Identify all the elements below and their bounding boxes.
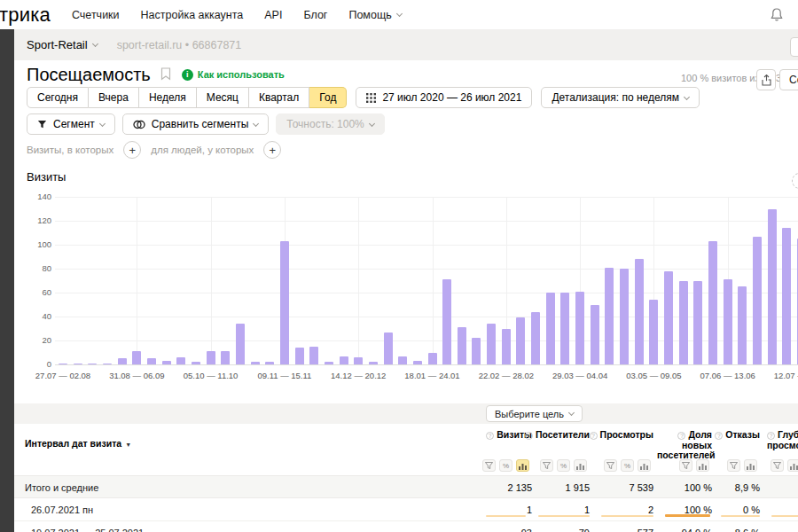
bookmark-icon[interactable] (160, 67, 171, 84)
counter-selector[interactable]: Sport-Retail (27, 38, 98, 51)
chart-bar[interactable] (458, 327, 466, 364)
chart-tool-button[interactable] (638, 459, 651, 472)
table-row[interactable]: 26.07.2021 пн 1 1 2 100 % 0 % (14, 498, 798, 521)
chart-bar[interactable] (354, 357, 363, 364)
filter-tool-button[interactable] (540, 459, 553, 472)
column-header-bounces[interactable]: ?Отказы (689, 430, 760, 441)
chart-bar[interactable] (738, 286, 747, 364)
nav-blog[interactable]: Блог (303, 9, 327, 21)
chart-bar[interactable] (560, 293, 569, 364)
chart-bar[interactable] (176, 357, 185, 364)
chart-bar[interactable] (384, 332, 393, 364)
chart-bar[interactable] (635, 259, 644, 364)
preset-month[interactable]: Месяц (197, 87, 249, 108)
chart-bar[interactable] (59, 364, 67, 365)
nav-counters[interactable]: Счетчики (72, 9, 120, 21)
save-button[interactable]: Сохранить (779, 69, 798, 90)
chart-bar[interactable] (162, 361, 171, 364)
filter-tool-button[interactable] (604, 459, 617, 472)
nav-help[interactable]: Помощь (348, 9, 401, 21)
preset-quarter[interactable]: Квартал (249, 87, 309, 108)
filter-tool-button[interactable] (771, 459, 784, 472)
filter-tool-button[interactable] (482, 459, 496, 472)
chart-bar[interactable] (192, 362, 200, 364)
collapsed-sidebar[interactable] (0, 29, 14, 532)
chart-bar[interactable] (221, 351, 230, 364)
detail-selector[interactable]: Детализация: по неделям (541, 87, 700, 108)
percent-tool-button[interactable]: % (499, 459, 512, 472)
chart-bar[interactable] (103, 364, 112, 365)
chart-bar[interactable] (753, 237, 762, 364)
chart-bar[interactable] (88, 364, 97, 365)
metrica-logo[interactable]: трика (0, 4, 51, 27)
chart-bar[interactable] (398, 356, 407, 364)
chart-bar[interactable] (413, 361, 422, 364)
nav-account-settings[interactable]: Настройка аккаунта (141, 9, 244, 21)
export-button[interactable] (756, 69, 776, 90)
chart-bar[interactable] (74, 364, 82, 365)
chart-bar[interactable] (295, 348, 304, 364)
table-row[interactable]: 19.07.2021 — 25.07.2021 93 79 577 94,9 %… (14, 521, 798, 532)
chart-bar[interactable] (118, 358, 127, 364)
chart-bar[interactable] (768, 209, 777, 365)
preset-yesterday[interactable]: Вчера (89, 87, 139, 108)
filter-tool-button[interactable] (727, 459, 740, 472)
chart-settings-button[interactable] (792, 173, 798, 189)
chart-tool-button[interactable] (787, 459, 798, 472)
chart-bar[interactable] (502, 329, 511, 365)
chart-bar[interactable] (531, 312, 540, 364)
chart-tool-button[interactable] (696, 459, 709, 472)
preset-today[interactable]: Сегодня (27, 87, 89, 108)
howto-link[interactable]: i Как использовать (182, 69, 285, 81)
chart-tool-button[interactable] (744, 459, 757, 472)
chart-bar[interactable] (442, 279, 451, 364)
clipped-right-button[interactable]: У (790, 37, 798, 57)
chart-bar[interactable] (132, 351, 141, 364)
chart-bar[interactable] (679, 281, 688, 365)
chart-bar[interactable] (369, 362, 378, 364)
chart-bar[interactable] (487, 324, 496, 364)
chart-bar[interactable] (605, 268, 614, 364)
preset-week[interactable]: Неделя (139, 87, 197, 108)
choose-goal-button[interactable]: Выберите цель (486, 405, 583, 422)
chart-bar[interactable] (207, 351, 215, 364)
add-people-condition-button[interactable]: + (263, 141, 281, 159)
chart-bar[interactable] (428, 353, 437, 365)
chart-bar[interactable] (782, 228, 791, 364)
date-range-button[interactable]: 27 июл 2020 — 26 июл 2021 (356, 87, 532, 108)
column-header-depth[interactable]: ?Глубина просмотра (767, 430, 798, 450)
chart-bar[interactable] (591, 305, 599, 365)
percent-tool-button[interactable]: % (557, 459, 570, 472)
chart-bar[interactable] (147, 358, 156, 364)
chart-bar[interactable] (325, 362, 333, 364)
add-visit-condition-button[interactable]: + (123, 141, 141, 159)
chart-bar[interactable] (265, 362, 274, 364)
chart-tool-button[interactable] (574, 459, 587, 472)
chart-bar[interactable] (340, 356, 348, 364)
column-header-pageviews[interactable]: ?Просмотры (583, 430, 653, 441)
chart-bar[interactable] (693, 281, 702, 365)
date-interval-column-header[interactable]: Интервал дат визита▼ (25, 438, 131, 449)
chart-bar[interactable] (546, 293, 555, 364)
segment-button[interactable]: Сегмент (27, 113, 115, 135)
chart-bar[interactable] (664, 271, 673, 364)
preset-year[interactable]: Год (309, 87, 347, 108)
chart-bar[interactable] (280, 241, 289, 364)
chart-bar[interactable] (309, 347, 318, 364)
chart-tool-button-active[interactable] (516, 459, 529, 472)
bell-icon[interactable] (770, 7, 784, 26)
chart-bar[interactable] (649, 300, 658, 364)
chart-bar[interactable] (516, 317, 525, 364)
nav-api[interactable]: API (264, 9, 282, 21)
percent-tool-button[interactable]: % (621, 459, 634, 472)
chart-bar[interactable] (236, 324, 245, 364)
accuracy-button[interactable]: Точность: 100% (276, 113, 384, 135)
chart-bar[interactable] (724, 279, 732, 364)
column-header-visitors[interactable]: ?Посетители (519, 430, 590, 441)
table-row-totals[interactable]: Итого и средние 2 135 1 915 7 539 100 % … (14, 475, 798, 498)
compare-segments-button[interactable]: Сравнить сегменты (122, 113, 270, 135)
chart-bar[interactable] (620, 269, 629, 364)
chart-bar[interactable] (251, 362, 260, 364)
filter-tool-button[interactable] (679, 459, 692, 472)
chart-bar[interactable] (472, 338, 481, 364)
